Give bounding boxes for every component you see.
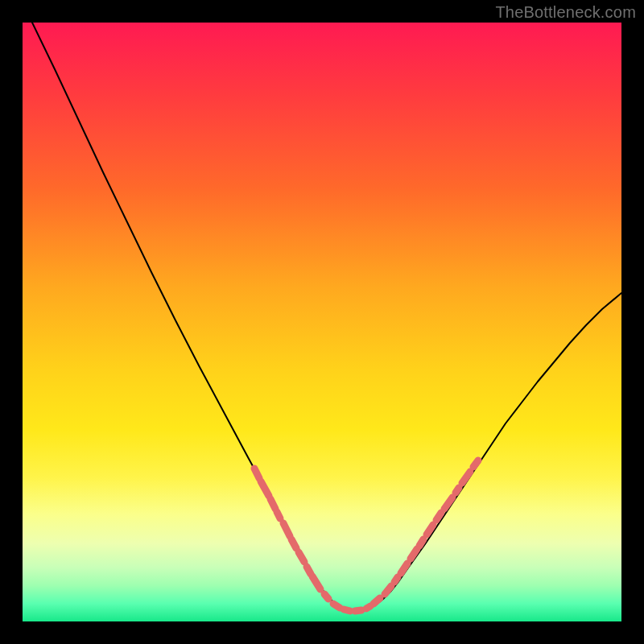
- dash-segment: [324, 594, 328, 599]
- dash-segment: [312, 576, 320, 589]
- dash-segment: [419, 539, 423, 546]
- dash-segment: [374, 598, 380, 604]
- dash-segment: [270, 499, 275, 509]
- bottleneck-curve: [32, 23, 621, 611]
- dash-segment: [254, 469, 259, 478]
- dash-segment: [385, 586, 391, 594]
- dash-segment: [473, 460, 478, 467]
- dash-segment: [444, 497, 452, 509]
- curve-group: [32, 23, 621, 611]
- watermark-text: TheBottleneck.com: [495, 3, 636, 22]
- bottleneck-curve-plot: [23, 23, 621, 621]
- dash-segment: [299, 552, 304, 562]
- dash-segment: [333, 604, 340, 608]
- dash-overlay-group: [254, 460, 478, 611]
- dash-segment: [307, 567, 311, 574]
- dash-segment: [261, 481, 269, 496]
- dash-segment: [344, 609, 350, 611]
- dash-segment: [394, 577, 398, 582]
- dash-segment: [462, 472, 470, 483]
- dash-segment: [277, 512, 280, 518]
- dash-segment: [436, 513, 441, 520]
- dash-segment: [355, 610, 361, 611]
- dash-segment: [283, 523, 290, 536]
- dash-segment: [456, 488, 459, 493]
- chart-gradient-frame: [23, 23, 621, 621]
- dash-segment: [366, 606, 370, 609]
- dash-segment: [291, 539, 296, 548]
